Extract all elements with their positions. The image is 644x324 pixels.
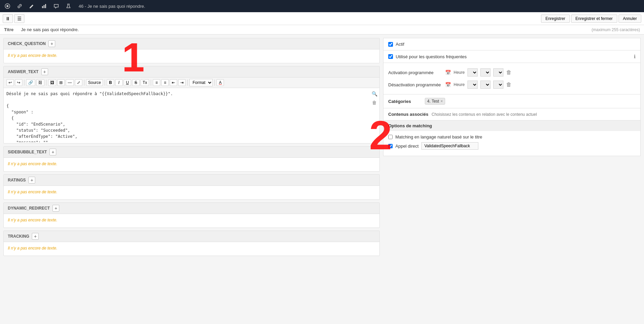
appel-input[interactable] <box>421 142 478 150</box>
table-btn[interactable]: ⊞ <box>57 79 65 86</box>
expand-btn[interactable]: ⤢ <box>75 79 82 86</box>
nav-icon-chart[interactable] <box>39 1 49 11</box>
title-bar: Titre (maximum 255 caractères) <box>0 25 644 35</box>
source-btn[interactable]: Source <box>86 79 103 86</box>
main-layout: CHECK_QUESTION + Il n'y a pas encore de … <box>0 35 644 259</box>
contenus-row: Contenus associés <box>388 112 636 117</box>
page-title: 46 - Je ne sais pas quoi répondre. <box>79 4 145 9</box>
indent-right-btn[interactable]: ⇥ <box>178 79 186 86</box>
nav-icon-flask[interactable] <box>64 1 73 11</box>
desactivation-row: Désactivation programmée 📅 Heure 🗑 <box>388 79 636 91</box>
answer-text-editor[interactable] <box>4 88 379 142</box>
sep5 <box>151 80 151 86</box>
title-input[interactable] <box>21 27 588 32</box>
dynamic-redirect-no-text: Il n'y a pas encore de texte. <box>8 218 57 222</box>
sidebubble-no-text: Il n'y a pas encore de texte. <box>8 161 57 166</box>
color-btn[interactable]: A <box>216 79 224 86</box>
indent-left-btn[interactable]: ⇤ <box>170 79 177 86</box>
actif-checkbox[interactable] <box>388 42 393 47</box>
activation-hour-select[interactable] <box>468 68 478 77</box>
ratings-content: Il n'y a pas encore de texte. <box>4 186 379 199</box>
image-btn[interactable]: 🖼 <box>48 79 56 86</box>
calendar-icon-activation[interactable]: 📅 <box>445 70 451 75</box>
title-label: Titre <box>4 27 18 32</box>
nav-icon-comment[interactable] <box>51 1 61 11</box>
tracking-header: TRACKING + <box>4 231 379 242</box>
link-btn[interactable]: 🔗 <box>26 79 35 86</box>
tracking-title: TRACKING <box>8 234 29 239</box>
underline-btn[interactable]: U <box>124 79 131 86</box>
contenus-input[interactable] <box>432 112 636 117</box>
desactivation-delete-btn[interactable]: 🗑 <box>506 82 512 88</box>
options-content: Matching en langage naturel basé sur le … <box>383 131 640 156</box>
matching-row: Matching en langage naturel basé sur le … <box>388 134 636 139</box>
hr-btn[interactable]: — <box>66 79 74 86</box>
left-column: CHECK_QUESTION + Il n'y a pas encore de … <box>3 38 380 256</box>
undo-btn[interactable]: ↩ <box>6 79 14 86</box>
search-icon[interactable]: 🔍 <box>371 90 378 98</box>
sidebubble-text-panel: SIDEBUBBLE_TEXT + Il n'y a pas encore de… <box>3 146 380 172</box>
activation-ampm-select[interactable] <box>493 68 503 77</box>
faq-row: Utilisé pour les questions fréquentes ℹ <box>388 54 636 59</box>
ratings-add-btn[interactable]: + <box>28 177 35 183</box>
save-close-button[interactable]: Enregistrer et fermer <box>571 15 617 23</box>
tracking-add-btn[interactable]: + <box>32 233 39 240</box>
format-dropdown[interactable]: Format <box>189 79 213 86</box>
sidebubble-text-add-btn[interactable]: + <box>49 149 56 155</box>
actif-label: Actif <box>396 42 404 47</box>
answer-text-panel: ANSWER_TEXT + ↩ ↪ 🔗 ⛓ 🖼 ⊞ — ⤢ Source <box>3 66 380 144</box>
options-section: Options de matching Matching en langage … <box>383 121 640 156</box>
activation-delete-btn[interactable]: 🗑 <box>506 69 512 75</box>
faq-section: Utilisé pour les questions fréquentes ℹ <box>383 50 640 63</box>
italic-btn[interactable]: I <box>115 79 123 86</box>
top-nav: 46 - Je ne sais pas quoi répondre. <box>0 0 644 12</box>
sidebubble-text-title: SIDEBUBBLE_TEXT <box>8 150 47 154</box>
strike-btn[interactable]: S <box>132 79 140 86</box>
answer-text-header: ANSWER_TEXT + <box>4 66 379 78</box>
svg-rect-4 <box>45 4 46 8</box>
ul-btn[interactable]: ≡ <box>161 79 169 86</box>
category-tag-remove[interactable]: × <box>440 99 443 104</box>
nav-icon-link[interactable] <box>15 1 24 11</box>
unlink-btn[interactable]: ⛓ <box>36 79 44 86</box>
clear-btn[interactable]: Tx <box>141 79 149 86</box>
desactivation-label: Désactivation programmée <box>388 82 442 87</box>
editor-toolbar: ↩ ↪ 🔗 ⛓ 🖼 ⊞ — ⤢ Source B I U S <box>4 78 379 88</box>
sep1 <box>24 80 24 86</box>
contenus-label: Contenus associés <box>388 112 429 117</box>
dynamic-redirect-header: DYNAMIC_REDIRECT + <box>4 203 379 214</box>
menu-button[interactable]: ☰ <box>14 14 24 23</box>
sep3 <box>84 80 84 86</box>
matching-label: Matching en langage naturel basé sur le … <box>395 134 482 139</box>
nav-icon-circle[interactable] <box>3 1 12 11</box>
trash-icon[interactable]: 🗑 <box>371 99 378 106</box>
appel-checkbox[interactable] <box>388 144 393 148</box>
ratings-panel: RATINGS + Il n'y a pas encore de texte. <box>3 174 380 200</box>
redo-btn[interactable]: ↪ <box>15 79 22 86</box>
save-button[interactable]: Enregistrer <box>541 15 570 23</box>
appel-label: Appel direct <box>395 144 419 149</box>
pause-button[interactable]: ⏸ <box>3 14 13 23</box>
desactivation-ampm-select[interactable] <box>493 81 503 89</box>
faq-label: Utilisé pour les questions fréquentes <box>396 54 467 59</box>
dynamic-redirect-add-btn[interactable]: + <box>53 205 59 212</box>
desactivation-minute-select[interactable] <box>480 81 491 89</box>
faq-checkbox[interactable] <box>388 54 393 59</box>
appel-row: Appel direct <box>388 142 636 150</box>
info-icon[interactable]: ℹ <box>634 54 636 59</box>
check-question-add-btn[interactable]: + <box>48 40 55 47</box>
answer-text-add-btn[interactable]: + <box>41 68 48 75</box>
matching-checkbox[interactable] <box>388 135 393 139</box>
cancel-button[interactable]: Annuler <box>619 15 641 23</box>
ol-btn[interactable]: ≡ <box>153 79 160 86</box>
bold-btn[interactable]: B <box>107 79 114 86</box>
editor-area-wrap: 🔍 🗑 <box>4 88 379 143</box>
check-question-no-text: Il n'y a pas encore de texte. <box>8 53 57 58</box>
nav-icon-edit[interactable] <box>27 1 37 11</box>
calendar-icon-desactivation[interactable]: 📅 <box>445 82 451 87</box>
activation-minute-select[interactable] <box>480 68 491 77</box>
right-column: Actif Utilisé pour les questions fréquen… <box>383 38 641 256</box>
tracking-no-text: Il n'y a pas encore de texte. <box>8 246 57 251</box>
desactivation-hour-select[interactable] <box>468 81 478 89</box>
sidebubble-text-content: Il n'y a pas encore de texte. <box>4 158 379 171</box>
